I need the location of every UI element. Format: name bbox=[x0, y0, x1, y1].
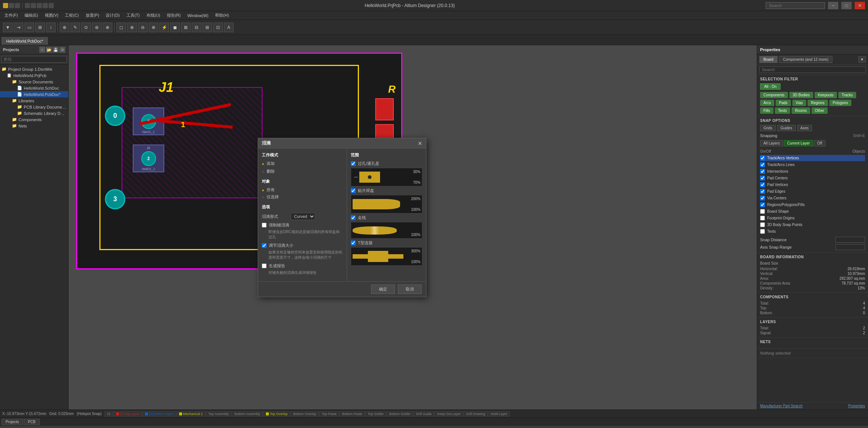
tool10[interactable]: ⊕ bbox=[103, 23, 112, 32]
menu-item-编辑[interactable]: 编辑(E) bbox=[22, 12, 41, 19]
tool20[interactable]: ⊡ bbox=[213, 23, 223, 32]
filter-rooms[interactable]: Rooms bbox=[792, 107, 810, 114]
menu-item-报告[interactable]: 报告(R) bbox=[164, 12, 184, 19]
tree-item[interactable]: 📄HelloWorld.PcbDoc* bbox=[0, 91, 68, 97]
tool13[interactable]: ⊖ bbox=[138, 23, 148, 32]
pcb-bottom-tab[interactable]: PCB bbox=[24, 419, 40, 425]
tool8[interactable]: ⊙ bbox=[81, 23, 91, 32]
pad-2[interactable]: 2 NetD1_1 J1 bbox=[133, 145, 164, 172]
menu-item-放置[interactable]: 放置(P) bbox=[83, 12, 102, 19]
tree-item[interactable]: 📁PCB Library Documents bbox=[0, 104, 68, 110]
snap-board-shape[interactable] bbox=[760, 209, 765, 214]
filter-vias[interactable]: Vias bbox=[792, 100, 806, 106]
tconnect-checkbox[interactable] bbox=[351, 240, 356, 245]
layer-tab-[1]TopLayer[interactable]: [1] Top Layer bbox=[113, 411, 142, 417]
pcb-area[interactable]: J1 0 1 NetJ1_1 2 NetD1_1 J1 3 bbox=[69, 45, 757, 409]
tool5[interactable]: ↕ bbox=[46, 23, 56, 32]
layer-tab-IS[interactable]: IS bbox=[105, 411, 113, 417]
layer-tab-TopSolder[interactable]: Top Solder bbox=[365, 411, 386, 417]
tool21[interactable]: A bbox=[224, 23, 234, 32]
tree-item[interactable]: 📁Project Group 1.DsnWrk bbox=[0, 66, 68, 72]
tool2[interactable]: ⇥ bbox=[14, 23, 23, 32]
layer-tab-TopOverlay[interactable]: Top Overlay bbox=[263, 411, 290, 417]
pad-0[interactable]: 0 bbox=[105, 106, 125, 126]
grids-button[interactable]: Grids bbox=[760, 125, 776, 131]
snap-texts[interactable] bbox=[760, 229, 765, 234]
filter-tracks[interactable]: Tracks bbox=[838, 92, 856, 98]
snap-pad-vertices[interactable] bbox=[760, 182, 765, 187]
snap-footprint-origins[interactable] bbox=[760, 216, 765, 220]
layer-tab-BottomSolder[interactable]: Bottom Solder bbox=[387, 411, 413, 417]
filter-button[interactable]: ▼ bbox=[3, 23, 13, 32]
tool4[interactable]: ⊞ bbox=[35, 23, 45, 32]
axis-snap-input[interactable]: 5.08mm bbox=[835, 244, 865, 250]
layer-tab-BottomOverlay[interactable]: Bottom Overlay bbox=[291, 411, 319, 417]
layer-tab-DrillDrawing[interactable]: Drill Drawing bbox=[463, 411, 488, 417]
snap-pad-edges[interactable] bbox=[760, 189, 765, 194]
filter-pads[interactable]: Pads bbox=[776, 100, 791, 106]
adjust-checkbox[interactable] bbox=[262, 243, 267, 248]
trace-checkbox[interactable] bbox=[351, 215, 356, 220]
close-button[interactable]: ✕ bbox=[855, 2, 865, 9]
force-checkbox[interactable] bbox=[262, 223, 267, 228]
layer-tab-DrillGuide[interactable]: Drill Guide bbox=[413, 411, 434, 417]
snap-track-arcs-vertices[interactable] bbox=[760, 156, 765, 160]
menu-item-布线[interactable]: 布线(U) bbox=[143, 12, 163, 19]
layer-tab-[2]BottomLayer[interactable]: [2] Bottom Layer bbox=[142, 411, 176, 417]
filter-arcs[interactable]: Arcs bbox=[760, 100, 774, 106]
filter-3dbodies[interactable]: 3D Bodies bbox=[789, 92, 813, 98]
panel-add[interactable]: + bbox=[39, 47, 45, 53]
snap-pad-centers[interactable] bbox=[760, 176, 765, 180]
tree-item[interactable]: 📄HelloWorld.SchDoc bbox=[0, 85, 68, 91]
search-input[interactable] bbox=[1, 56, 67, 63]
tree-item[interactable]: 📁Source Documents bbox=[0, 79, 68, 85]
layer-tab-BottomPaste[interactable]: Bottom Paste bbox=[340, 411, 365, 417]
guides-button[interactable]: Guides bbox=[777, 125, 796, 131]
snap-intersections[interactable] bbox=[760, 169, 765, 174]
snap-regions[interactable] bbox=[760, 202, 765, 207]
tool17[interactable]: ⊠ bbox=[181, 23, 191, 32]
filter-texts[interactable]: Texts bbox=[775, 107, 790, 114]
tree-item[interactable]: 📋HelloWorld.PrjPcb bbox=[0, 72, 68, 79]
filter-regions[interactable]: Regions bbox=[808, 100, 828, 106]
layer-tab-BottomAssembly[interactable]: Bottom Assembly bbox=[232, 411, 263, 417]
tool11[interactable]: ◻ bbox=[116, 23, 126, 32]
snap-off-button[interactable]: Off bbox=[814, 140, 825, 146]
tool6[interactable]: ⊕ bbox=[60, 23, 69, 32]
current-layer-button[interactable]: Current Layer bbox=[784, 140, 813, 146]
add-option[interactable]: ● 添加 bbox=[262, 161, 343, 166]
snap-3d-body[interactable] bbox=[760, 222, 765, 227]
maximize-button[interactable]: □ bbox=[841, 2, 852, 9]
filter-other[interactable]: Other bbox=[812, 107, 828, 114]
solder-checkbox[interactable] bbox=[351, 188, 356, 193]
cancel-button[interactable]: 取消 bbox=[398, 285, 422, 294]
board-tab[interactable]: Board bbox=[759, 56, 778, 63]
tool18[interactable]: ⊟ bbox=[192, 23, 201, 32]
mfr-link[interactable]: Manufacturer Part Search bbox=[760, 404, 803, 408]
filter-components[interactable]: Components bbox=[760, 92, 788, 98]
tool16[interactable]: ◼ bbox=[170, 23, 180, 32]
all-option[interactable]: ● 所有 bbox=[262, 187, 343, 193]
menu-item-工具[interactable]: 工具(T) bbox=[123, 12, 143, 19]
menu-item-工程[interactable]: 工程(C) bbox=[62, 12, 82, 19]
pad-3[interactable]: 3 bbox=[105, 189, 125, 209]
menu-item-帮助[interactable]: 帮助(H) bbox=[212, 12, 232, 19]
layer-tab-Multi-Layer[interactable]: Multi-Layer bbox=[488, 411, 510, 417]
rp-search[interactable] bbox=[759, 66, 866, 73]
menu-item-设计[interactable]: 设计(D) bbox=[103, 12, 122, 19]
filter-keepouts[interactable]: Keepouts bbox=[815, 92, 837, 98]
filter-icon[interactable]: ▼ bbox=[858, 56, 866, 63]
filter-fills[interactable]: Fills bbox=[760, 107, 773, 114]
layer-tab-TopPaste[interactable]: Top Paste bbox=[319, 411, 339, 417]
tool7[interactable]: ✎ bbox=[70, 23, 80, 32]
delete-option[interactable]: ○ 删除 bbox=[262, 169, 343, 174]
tree-item[interactable]: 📁Nets bbox=[0, 123, 68, 129]
all-layers-button[interactable]: All Layers bbox=[760, 140, 783, 146]
form-select[interactable]: Curved bbox=[291, 213, 315, 220]
tree-item[interactable]: 📁Components bbox=[0, 116, 68, 123]
snap-track-arcs-lines[interactable] bbox=[760, 162, 765, 167]
properties-link[interactable]: Properties bbox=[848, 404, 865, 408]
snap-distance-input[interactable]: 0.203mm bbox=[835, 237, 865, 243]
tool15[interactable]: ⚡ bbox=[159, 23, 169, 32]
dialog-close-button[interactable]: ✕ bbox=[418, 140, 422, 146]
